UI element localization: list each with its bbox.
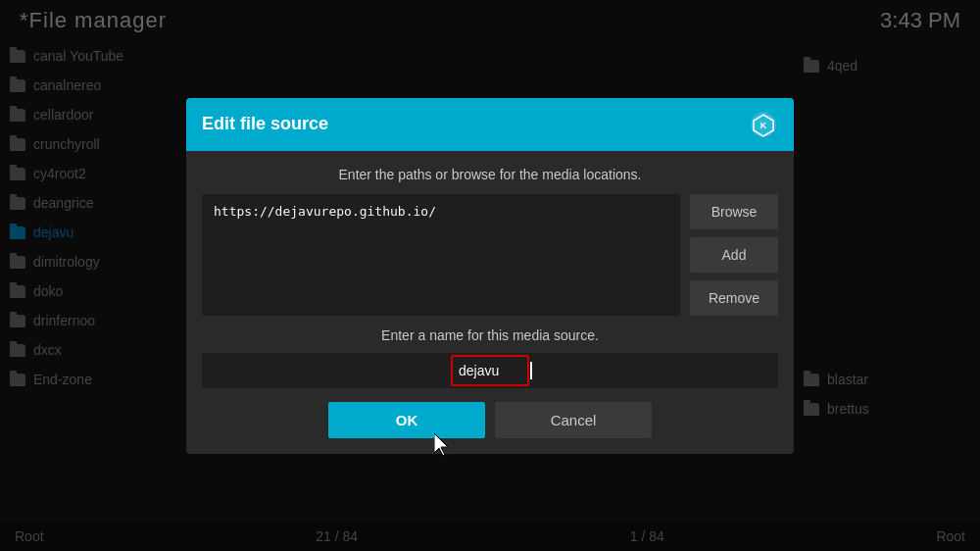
- dialog-instruction1: Enter the paths or browse for the media …: [202, 167, 778, 182]
- dialog-title: Edit file source: [202, 114, 328, 134]
- cancel-button[interactable]: Cancel: [495, 402, 652, 438]
- browse-button[interactable]: Browse: [690, 194, 778, 229]
- name-input-wrapper: dejavu: [202, 353, 778, 388]
- url-buttons: Browse Add Remove: [690, 194, 778, 316]
- dialog-body: Enter the paths or browse for the media …: [186, 151, 794, 454]
- edit-file-source-dialog: Edit file source K Enter the paths or br…: [186, 98, 794, 454]
- modal-overlay: Edit file source K Enter the paths or br…: [0, 0, 980, 551]
- dialog-header: Edit file source K: [186, 98, 794, 151]
- add-button[interactable]: Add: [690, 237, 778, 273]
- url-input[interactable]: [202, 194, 680, 316]
- remove-button[interactable]: Remove: [690, 280, 778, 316]
- svg-text:K: K: [760, 121, 767, 130]
- kodi-logo-icon: K: [749, 110, 778, 139]
- name-input[interactable]: [202, 353, 778, 388]
- dialog-instruction2: Enter a name for this media source.: [202, 327, 778, 343]
- ok-button[interactable]: OK: [328, 402, 485, 438]
- dialog-actions: OK Cancel: [202, 402, 778, 438]
- url-section: Browse Add Remove: [202, 194, 778, 316]
